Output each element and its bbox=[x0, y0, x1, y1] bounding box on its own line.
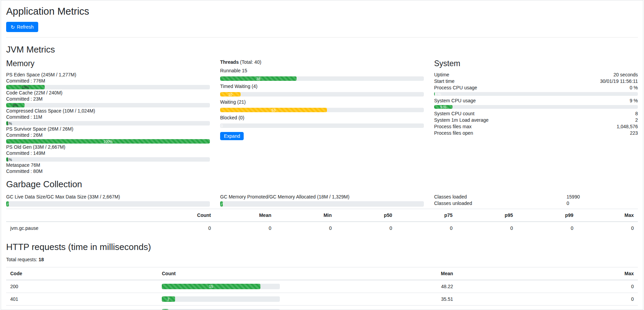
system-value: 8 bbox=[635, 110, 638, 117]
system-row-files-open: Process files open 223 bbox=[434, 130, 638, 136]
metric-label: PS Old Gen (33M / 2,667M) bbox=[6, 144, 210, 150]
metric-label: Metaspace 76M bbox=[6, 162, 210, 168]
metric-committed: Committed : 80M bbox=[6, 168, 210, 174]
thread-progress: 0 bbox=[220, 123, 424, 128]
refresh-button[interactable]: ↻ Refresh bbox=[6, 22, 38, 32]
system-value: 2 bbox=[635, 117, 638, 123]
gc-th-p75: p75 bbox=[396, 209, 457, 222]
gc-th-max: Max bbox=[577, 209, 638, 222]
classes-label: Classes loaded bbox=[434, 194, 567, 200]
progress-value: 10 bbox=[228, 92, 232, 97]
threads-title-bold: Threads bbox=[220, 59, 239, 65]
thread-progress-fill: 10 bbox=[220, 92, 241, 97]
gc-th-min: Min bbox=[275, 209, 336, 222]
progress-value: 1% bbox=[7, 158, 12, 162]
gc-cell: 0 bbox=[396, 222, 457, 234]
memory-metric-metaspace: Metaspace 76M Committed : 80M bbox=[6, 162, 210, 174]
progress-value: 1% bbox=[7, 121, 12, 126]
thread-item-waiting: Waiting (21) 53 bbox=[220, 99, 424, 112]
memory-metric-eden: PS Eden Space (245M / 1,277M) Committed … bbox=[6, 72, 210, 89]
system-column: System Uptime 20 seconds Start time 30/0… bbox=[434, 59, 638, 174]
system-label: Process files max bbox=[434, 123, 472, 130]
gc-classes-column: Classes loaded 15990 Classes unloaded 0 bbox=[434, 194, 638, 207]
thread-label: Waiting (21) bbox=[220, 99, 424, 105]
expand-button-label: Expand bbox=[224, 133, 240, 139]
gc-row: GC Live Data Size/GC Max Data Size (33M … bbox=[6, 194, 638, 207]
classes-value: 15990 bbox=[567, 194, 580, 200]
thread-label: Blocked (0) bbox=[220, 115, 424, 121]
metric-label: Code Cache (22M / 240M) bbox=[6, 90, 210, 96]
gc-cell: 0 bbox=[336, 222, 396, 234]
system-label: System CPU usage bbox=[434, 98, 476, 104]
metric-label: Compressed Class Space (10M / 1,024M) bbox=[6, 108, 210, 114]
system-label: Uptime bbox=[434, 72, 449, 78]
http-th-count: Count bbox=[158, 267, 284, 280]
memory-metric-survivor: PS Survivor Space (26M / 26M) Committed … bbox=[6, 126, 210, 144]
http-table: Code Count Mean Max 200 15 48.22 0 bbox=[6, 267, 638, 310]
system-value: 20 seconds bbox=[613, 72, 638, 78]
metric-label: PS Survivor Space (26M / 26M) bbox=[6, 126, 210, 132]
process-cpu-progress: 0 % bbox=[434, 92, 638, 96]
memory-progress-fill: 9% bbox=[6, 103, 25, 107]
progress-value: 9% bbox=[13, 103, 18, 107]
memory-progress: 1% bbox=[6, 121, 210, 126]
metric-committed: Committed : 26M bbox=[6, 132, 210, 138]
system-row-start-time: Start time 30/01/19 11:56:11 bbox=[434, 78, 638, 85]
http-th-mean: Mean bbox=[284, 267, 457, 280]
progress-value: 0 bbox=[221, 124, 223, 128]
memory-metric-compressed-class: Compressed Class Space (10M / 1,024M) Co… bbox=[6, 108, 210, 126]
thread-label: Runnable 15 bbox=[220, 68, 424, 74]
gc-th-p99: p99 bbox=[517, 209, 577, 222]
classes-loaded-row: Classes loaded 15990 bbox=[434, 194, 638, 200]
system-value: 0 % bbox=[630, 85, 638, 91]
system-label: Start time bbox=[434, 78, 455, 85]
gc-th-mean: Mean bbox=[215, 209, 275, 222]
system-label: Process CPU usage bbox=[434, 85, 477, 91]
memory-progress-fill: 1% bbox=[6, 121, 8, 126]
system-row-uptime: Uptime 20 seconds bbox=[434, 72, 638, 78]
total-requests: Total requests: 18 bbox=[6, 256, 638, 263]
refresh-button-label: Refresh bbox=[17, 24, 34, 30]
gc-th-count: Count bbox=[155, 209, 215, 222]
progress-value: 100% bbox=[103, 139, 113, 144]
system-row-process-cpu: Process CPU usage 0 % bbox=[434, 85, 638, 91]
metric-committed: Committed : 149M bbox=[6, 150, 210, 156]
progress-value: 9 % bbox=[440, 105, 446, 109]
total-requests-label: Total requests: bbox=[6, 257, 37, 262]
metric-committed: Committed : 11M bbox=[6, 114, 210, 120]
http-th-code: Code bbox=[6, 267, 158, 280]
http-code: 200 bbox=[6, 280, 158, 293]
system-value: 30/01/19 11:56:11 bbox=[600, 78, 638, 85]
progress-value: 1% bbox=[7, 203, 10, 206]
http-count-progress: 2 bbox=[162, 296, 280, 302]
system-row-load-average: System 1m Load average 2 bbox=[434, 117, 638, 123]
thread-progress-fill: 53 bbox=[220, 108, 327, 112]
gc-heading: Garbage Collection bbox=[6, 179, 638, 190]
system-row-system-cpu: System CPU usage 9 % bbox=[434, 98, 638, 104]
threads-title-rest: (Total: 40) bbox=[239, 59, 261, 65]
memory-metric-old-gen: PS Old Gen (33M / 2,667M) Committed : 14… bbox=[6, 144, 210, 162]
system-value: 1,048,576 bbox=[617, 123, 638, 130]
http-max: 0 bbox=[457, 306, 638, 310]
gc-cell: 0 bbox=[457, 222, 517, 234]
thread-item-runnable: Runnable 15 38 bbox=[220, 68, 424, 81]
thread-progress: 38 bbox=[220, 76, 424, 81]
progress-value: 38 bbox=[256, 77, 260, 81]
http-max: 0 bbox=[457, 280, 638, 293]
memory-column: Memory PS Eden Space (245M / 1,277M) Com… bbox=[6, 59, 210, 174]
http-code: 401 bbox=[6, 293, 158, 306]
expand-button[interactable]: Expand bbox=[220, 132, 244, 140]
gc-cell: 0 bbox=[275, 222, 336, 234]
http-row-200: 200 15 48.22 0 bbox=[6, 280, 638, 293]
thread-item-blocked: Blocked (0) 0 bbox=[220, 115, 424, 128]
http-code: 404 bbox=[6, 306, 158, 310]
memory-progress: 100% bbox=[6, 139, 210, 144]
gc-promoted-column: GC Memory Promoted/GC Memory Allocated (… bbox=[220, 194, 424, 207]
gc-progress-fill: 1% bbox=[6, 201, 9, 207]
jvm-metrics-heading: JVM Metrics bbox=[6, 44, 638, 55]
gc-bar-label: GC Memory Promoted/GC Memory Allocated (… bbox=[220, 194, 424, 200]
thread-progress: 10 bbox=[220, 92, 424, 97]
metric-label: PS Eden Space (245M / 1,277M) bbox=[6, 72, 210, 78]
gc-cell: 0 bbox=[155, 222, 215, 234]
http-row-404: 404 1 13.36 0 bbox=[6, 306, 638, 310]
